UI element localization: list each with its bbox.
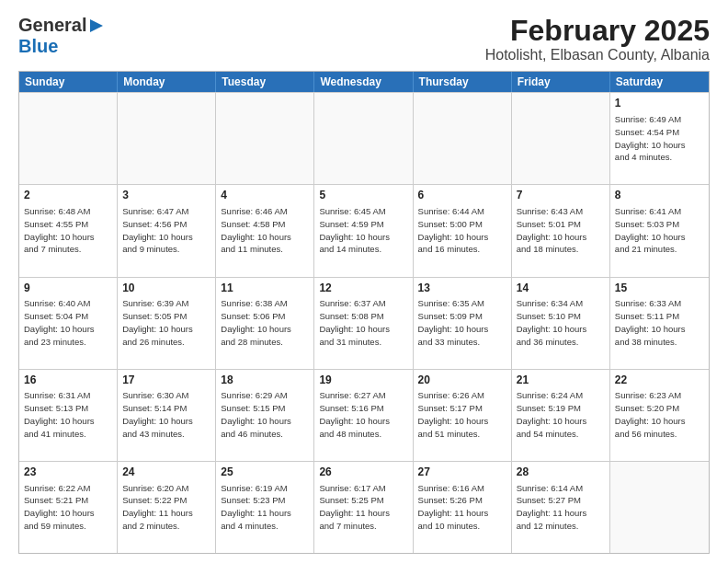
day-info: Sunrise: 6:22 AM Sunset: 5:21 PM Dayligh…: [24, 482, 112, 533]
day-info: Sunrise: 6:34 AM Sunset: 5:10 PM Dayligh…: [517, 297, 605, 348]
day-info: Sunrise: 6:45 AM Sunset: 4:59 PM Dayligh…: [319, 205, 407, 256]
calendar-cell: 8Sunrise: 6:41 AM Sunset: 5:03 PM Daylig…: [610, 185, 709, 276]
header-sunday: Sunday: [19, 72, 118, 92]
day-number: 12: [319, 281, 407, 296]
calendar-row-1: 2Sunrise: 6:48 AM Sunset: 4:55 PM Daylig…: [19, 184, 709, 276]
calendar-cell: [19, 93, 118, 184]
day-number: 5: [319, 188, 407, 203]
logo: General Blue: [18, 15, 107, 57]
calendar-cell: [414, 93, 512, 184]
day-number: 18: [221, 373, 309, 388]
day-info: Sunrise: 6:37 AM Sunset: 5:08 PM Dayligh…: [319, 297, 407, 348]
day-info: Sunrise: 6:27 AM Sunset: 5:16 PM Dayligh…: [319, 389, 407, 440]
day-info: Sunrise: 6:40 AM Sunset: 5:04 PM Dayligh…: [24, 297, 112, 348]
day-number: 23: [24, 465, 112, 480]
day-info: Sunrise: 6:31 AM Sunset: 5:13 PM Dayligh…: [24, 389, 112, 440]
calendar-cell: 1Sunrise: 6:49 AM Sunset: 4:54 PM Daylig…: [610, 93, 709, 184]
header-friday: Friday: [512, 72, 610, 92]
calendar-cell: 25Sunrise: 6:19 AM Sunset: 5:23 PM Dayli…: [216, 462, 314, 553]
day-number: 27: [418, 465, 506, 480]
calendar-cell: 6Sunrise: 6:44 AM Sunset: 5:00 PM Daylig…: [414, 185, 512, 276]
calendar-row-3: 16Sunrise: 6:31 AM Sunset: 5:13 PM Dayli…: [19, 369, 709, 461]
day-number: 13: [418, 281, 506, 296]
day-number: 6: [418, 188, 506, 203]
day-info: Sunrise: 6:33 AM Sunset: 5:11 PM Dayligh…: [615, 297, 704, 348]
calendar-body: 1Sunrise: 6:49 AM Sunset: 4:54 PM Daylig…: [19, 92, 709, 553]
calendar-cell: 10Sunrise: 6:39 AM Sunset: 5:05 PM Dayli…: [118, 278, 216, 369]
calendar-cell: 19Sunrise: 6:27 AM Sunset: 5:16 PM Dayli…: [314, 370, 413, 461]
header: General Blue February 2025 Hotolisht, El…: [18, 15, 710, 63]
calendar-cell: 12Sunrise: 6:37 AM Sunset: 5:08 PM Dayli…: [314, 278, 413, 369]
day-number: 20: [418, 373, 506, 388]
header-monday: Monday: [118, 72, 216, 92]
calendar-cell: 16Sunrise: 6:31 AM Sunset: 5:13 PM Dayli…: [19, 370, 118, 461]
day-info: Sunrise: 6:46 AM Sunset: 4:58 PM Dayligh…: [221, 205, 309, 256]
day-number: 14: [517, 281, 605, 296]
day-number: 26: [319, 465, 407, 480]
day-number: 1: [615, 96, 704, 111]
calendar-cell: 21Sunrise: 6:24 AM Sunset: 5:19 PM Dayli…: [512, 370, 610, 461]
calendar-cell: 17Sunrise: 6:30 AM Sunset: 5:14 PM Dayli…: [118, 370, 216, 461]
day-info: Sunrise: 6:14 AM Sunset: 5:27 PM Dayligh…: [517, 482, 605, 533]
calendar-cell: 5Sunrise: 6:45 AM Sunset: 4:59 PM Daylig…: [314, 185, 413, 276]
calendar-cell: 22Sunrise: 6:23 AM Sunset: 5:20 PM Dayli…: [610, 370, 709, 461]
calendar-cell: 2Sunrise: 6:48 AM Sunset: 4:55 PM Daylig…: [19, 185, 118, 276]
day-info: Sunrise: 6:26 AM Sunset: 5:17 PM Dayligh…: [418, 389, 506, 440]
calendar-subtitle: Hotolisht, Elbasan County, Albania: [485, 47, 710, 63]
calendar: Sunday Monday Tuesday Wednesday Thursday…: [18, 71, 710, 554]
calendar-cell: [610, 462, 709, 553]
header-saturday: Saturday: [610, 72, 709, 92]
calendar-cell: 4Sunrise: 6:46 AM Sunset: 4:58 PM Daylig…: [216, 185, 314, 276]
header-thursday: Thursday: [414, 72, 512, 92]
day-info: Sunrise: 6:30 AM Sunset: 5:14 PM Dayligh…: [122, 389, 210, 440]
logo-general-text: General: [18, 15, 86, 36]
page: General Blue February 2025 Hotolisht, El…: [0, 0, 728, 563]
day-number: 10: [122, 281, 210, 296]
calendar-cell: 3Sunrise: 6:47 AM Sunset: 4:56 PM Daylig…: [118, 185, 216, 276]
day-number: 19: [319, 373, 407, 388]
day-info: Sunrise: 6:35 AM Sunset: 5:09 PM Dayligh…: [418, 297, 506, 348]
day-number: 4: [221, 188, 309, 203]
day-number: 21: [517, 373, 605, 388]
calendar-cell: 14Sunrise: 6:34 AM Sunset: 5:10 PM Dayli…: [512, 278, 610, 369]
day-number: 17: [122, 373, 210, 388]
svg-marker-0: [90, 19, 103, 32]
day-number: 2: [24, 188, 112, 203]
logo-arrow-icon: [86, 16, 107, 36]
day-number: 24: [122, 465, 210, 480]
day-info: Sunrise: 6:19 AM Sunset: 5:23 PM Dayligh…: [221, 482, 309, 533]
calendar-row-2: 9Sunrise: 6:40 AM Sunset: 5:04 PM Daylig…: [19, 277, 709, 369]
day-info: Sunrise: 6:24 AM Sunset: 5:19 PM Dayligh…: [517, 389, 605, 440]
day-number: 16: [24, 373, 112, 388]
day-info: Sunrise: 6:41 AM Sunset: 5:03 PM Dayligh…: [615, 205, 704, 256]
calendar-cell: 11Sunrise: 6:38 AM Sunset: 5:06 PM Dayli…: [216, 278, 314, 369]
calendar-cell: 15Sunrise: 6:33 AM Sunset: 5:11 PM Dayli…: [610, 278, 709, 369]
day-info: Sunrise: 6:17 AM Sunset: 5:25 PM Dayligh…: [319, 482, 407, 533]
header-tuesday: Tuesday: [216, 72, 314, 92]
calendar-cell: 28Sunrise: 6:14 AM Sunset: 5:27 PM Dayli…: [512, 462, 610, 553]
day-number: 9: [24, 281, 112, 296]
calendar-cell: 9Sunrise: 6:40 AM Sunset: 5:04 PM Daylig…: [19, 278, 118, 369]
day-number: 7: [517, 188, 605, 203]
calendar-cell: 23Sunrise: 6:22 AM Sunset: 5:21 PM Dayli…: [19, 462, 118, 553]
day-number: 3: [122, 188, 210, 203]
calendar-row-4: 23Sunrise: 6:22 AM Sunset: 5:21 PM Dayli…: [19, 461, 709, 553]
day-info: Sunrise: 6:44 AM Sunset: 5:00 PM Dayligh…: [418, 205, 506, 256]
header-wednesday: Wednesday: [314, 72, 413, 92]
day-info: Sunrise: 6:16 AM Sunset: 5:26 PM Dayligh…: [418, 482, 506, 533]
calendar-title: February 2025: [485, 15, 710, 47]
day-number: 22: [615, 373, 704, 388]
day-info: Sunrise: 6:43 AM Sunset: 5:01 PM Dayligh…: [517, 205, 605, 256]
day-info: Sunrise: 6:23 AM Sunset: 5:20 PM Dayligh…: [615, 389, 704, 440]
calendar-cell: 24Sunrise: 6:20 AM Sunset: 5:22 PM Dayli…: [118, 462, 216, 553]
day-number: 11: [221, 281, 309, 296]
day-info: Sunrise: 6:48 AM Sunset: 4:55 PM Dayligh…: [24, 205, 112, 256]
calendar-cell: 18Sunrise: 6:29 AM Sunset: 5:15 PM Dayli…: [216, 370, 314, 461]
logo-blue-text: Blue: [18, 36, 58, 57]
day-info: Sunrise: 6:20 AM Sunset: 5:22 PM Dayligh…: [122, 482, 210, 533]
day-number: 15: [615, 281, 704, 296]
day-info: Sunrise: 6:38 AM Sunset: 5:06 PM Dayligh…: [221, 297, 309, 348]
day-number: 28: [517, 465, 605, 480]
calendar-cell: 13Sunrise: 6:35 AM Sunset: 5:09 PM Dayli…: [414, 278, 512, 369]
calendar-cell: 27Sunrise: 6:16 AM Sunset: 5:26 PM Dayli…: [414, 462, 512, 553]
